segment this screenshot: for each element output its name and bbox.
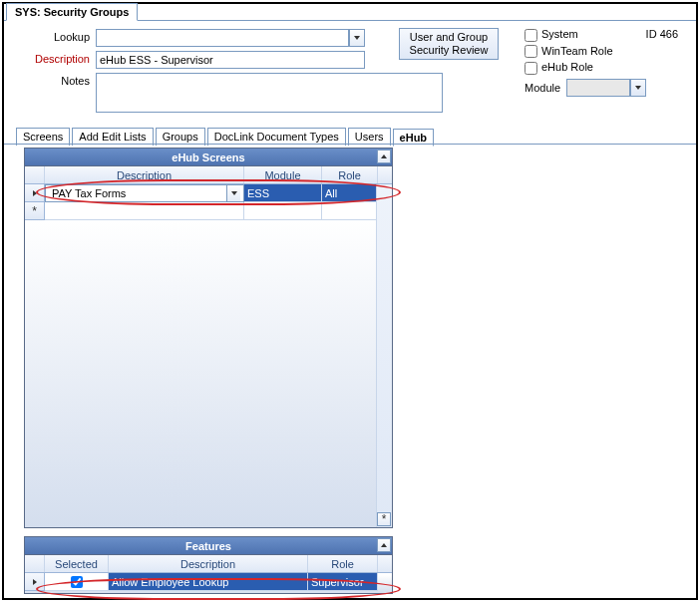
ehub-screens-title: eHub Screens [25,149,392,166]
ehub-screens-scroll-up-button[interactable] [377,150,391,163]
module-select-value[interactable] [566,79,630,97]
col-module[interactable]: Module [244,166,322,183]
row-role-cell[interactable]: All [322,184,378,202]
winteam-role-checkbox[interactable] [525,45,537,58]
features-body: Allow Employee Lookup Supervisor [25,573,392,593]
system-checkbox[interactable] [525,29,537,42]
lookup-dropdown-button[interactable] [349,29,365,47]
new-row-indicator-icon: * [25,202,45,220]
features-title: Features [25,537,392,555]
col-role[interactable]: Role [322,166,378,183]
description-input[interactable] [96,51,365,69]
col-feature-description[interactable]: Description [109,555,308,572]
features-scroll-up-button[interactable] [377,538,391,552]
description-label: Description [16,51,96,65]
ehub-role-checkbox-label[interactable]: eHub Role [525,61,646,75]
row-description-value: PAY Tax Forms [49,187,226,199]
notes-input[interactable] [96,73,443,113]
table-row[interactable]: Allow Employee Lookup Supervisor [25,573,392,591]
system-checkbox-label[interactable]: System [525,28,646,42]
features-grid: Features Selected Description Role Allow… [24,536,393,594]
user-group-security-review-button[interactable]: User and Group Security Review [399,28,499,60]
ehub-screens-grid: eHub Screens Description Module Role PAY… [24,148,393,528]
winteam-role-checkbox-label[interactable]: WinTeam Role [525,45,646,59]
new-row[interactable]: * [25,202,392,220]
module-select-dropdown-button[interactable] [630,79,646,97]
row-indicator-icon [25,184,45,202]
lookup-label: Lookup [16,29,96,43]
id-display: ID 466 [646,28,678,40]
options-panel: System WinTeam Role eHub Role Module [525,28,646,97]
col-description[interactable]: Description [45,166,244,183]
review-button-line1: User and Group [410,31,488,43]
row-description-cell[interactable]: PAY Tax Forms [45,184,244,202]
feature-selected-checkbox[interactable] [71,576,83,588]
feature-description-cell[interactable]: Allow Employee Lookup [109,573,308,591]
ehub-screens-body: PAY Tax Forms ESS All * * [25,184,392,527]
notes-label: Notes [16,73,96,87]
ehub-screens-columns: Description Module Role [25,166,392,184]
row-module-cell[interactable]: ESS [244,184,322,202]
feature-selected-cell[interactable] [45,573,109,591]
table-row[interactable]: PAY Tax Forms ESS All [25,184,392,202]
col-selected[interactable]: Selected [45,555,109,572]
review-button-line2: Security Review [410,44,489,56]
ehub-panel: eHub Screens Description Module Role PAY… [24,148,393,594]
ehub-screens-scrollbar[interactable] [376,184,392,527]
row-indicator-icon [25,573,45,591]
feature-role-cell[interactable]: Supervisor [308,573,378,591]
module-label: Module [525,82,560,94]
ehub-role-checkbox[interactable] [525,62,537,75]
ehub-screens-new-record-button[interactable]: * [377,512,391,526]
tab-underline [4,144,696,145]
window-title-tab: SYS: Security Groups [6,3,138,21]
lookup-input[interactable] [96,29,349,47]
features-columns: Selected Description Role [25,555,392,573]
col-feature-role[interactable]: Role [308,555,378,572]
row-description-dropdown-button[interactable] [226,185,240,201]
